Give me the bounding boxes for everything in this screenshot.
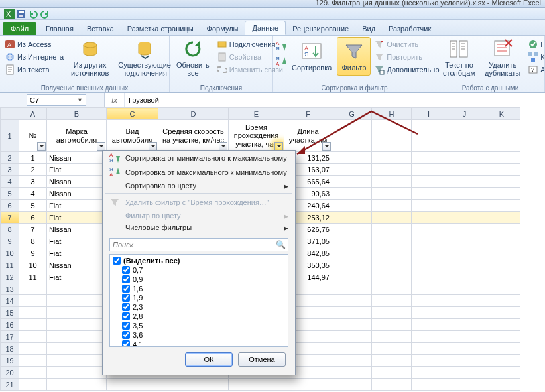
tab-page-layout[interactable]: Разметка страницы xyxy=(121,22,200,35)
cell-B12[interactable]: Fiat xyxy=(47,271,107,283)
col-header-B[interactable]: B xyxy=(47,108,107,120)
row-header-13[interactable]: 13 xyxy=(1,283,19,295)
cell-J14[interactable] xyxy=(446,295,483,307)
cell-B20[interactable] xyxy=(47,367,107,379)
cell-G16[interactable] xyxy=(332,319,372,331)
sort-asc-icon[interactable]: АЯ xyxy=(276,41,286,52)
cell-E21[interactable] xyxy=(229,379,284,391)
cell-I13[interactable] xyxy=(412,283,446,295)
cell-K6[interactable] xyxy=(483,200,520,212)
cell-G19[interactable] xyxy=(332,355,372,367)
cell-I10[interactable] xyxy=(412,247,446,259)
col-header-H[interactable]: H xyxy=(372,108,412,120)
cell-K15[interactable] xyxy=(483,307,520,319)
cell-I18[interactable] xyxy=(412,343,446,355)
cell-H20[interactable] xyxy=(372,367,412,379)
cell-F21[interactable] xyxy=(284,379,332,391)
text-to-columns-button[interactable]: Текст по столбцам xyxy=(439,37,479,78)
cell-J16[interactable] xyxy=(446,319,483,331)
cell-B11[interactable]: Nissan xyxy=(47,259,107,271)
filter-value-item[interactable]: 1,6 xyxy=(113,284,288,293)
cell-I3[interactable] xyxy=(412,164,446,176)
cell-K12[interactable] xyxy=(483,271,520,283)
row-header-15[interactable]: 15 xyxy=(1,307,19,319)
worksheet-grid[interactable]: ABCDEFGHIJK1№Марка автомобиляВид автомоб… xyxy=(0,107,545,392)
row-header-11[interactable]: 11 xyxy=(1,259,19,271)
name-box[interactable]: C7 ▼ xyxy=(27,94,86,106)
filter-dropdown-A[interactable] xyxy=(37,142,46,151)
cell-K3[interactable] xyxy=(483,164,520,176)
filter-values-list[interactable]: (Выделить все)0,70,91,61,92,32,83,53,64,… xyxy=(109,254,288,347)
cell-J4[interactable] xyxy=(446,176,483,188)
advanced-filter-button[interactable]: Дополнительно xyxy=(372,64,441,76)
cell-A11[interactable]: 10 xyxy=(19,259,47,271)
cell-I9[interactable] xyxy=(412,235,446,247)
cell-B13[interactable] xyxy=(47,283,107,295)
row-header-12[interactable]: 12 xyxy=(1,271,19,283)
row-header-6[interactable]: 6 xyxy=(1,200,19,212)
cell-A21[interactable] xyxy=(19,379,47,391)
cell-J19[interactable] xyxy=(446,355,483,367)
filter-value-item[interactable]: 2,8 xyxy=(113,312,288,321)
cell-B14[interactable] xyxy=(47,295,107,307)
cell-H12[interactable] xyxy=(372,271,412,283)
cell-A9[interactable]: 8 xyxy=(19,235,47,247)
sort-by-color-item[interactable]: Сортировка по цвету▶ xyxy=(103,180,295,192)
cell-J6[interactable] xyxy=(446,200,483,212)
cell-H7[interactable] xyxy=(372,212,412,224)
cell-G7[interactable] xyxy=(332,212,372,224)
refresh-all-button[interactable]: Обновить все xyxy=(172,37,213,78)
row-header-10[interactable]: 10 xyxy=(1,247,19,259)
cell-K7[interactable] xyxy=(483,212,520,224)
tab-developer[interactable]: Разработчик xyxy=(382,22,438,35)
cell-K21[interactable] xyxy=(483,379,520,391)
cell-C21[interactable] xyxy=(107,379,158,391)
row-header-7[interactable]: 7 xyxy=(1,212,19,224)
cell-G8[interactable] xyxy=(332,224,372,235)
cell-K17[interactable] xyxy=(483,331,520,343)
cell-G21[interactable] xyxy=(332,379,372,391)
cell-J8[interactable] xyxy=(446,224,483,235)
cell-G12[interactable] xyxy=(332,271,372,283)
cell-G4[interactable] xyxy=(332,176,372,188)
cell-J11[interactable] xyxy=(446,259,483,271)
from-access-button[interactable]: AИз Access xyxy=(3,38,66,50)
tab-review[interactable]: Рецензирование xyxy=(286,22,355,35)
col-header-J[interactable]: J xyxy=(446,108,483,120)
cell-H14[interactable] xyxy=(372,295,412,307)
cell-G15[interactable] xyxy=(332,307,372,319)
chevron-down-icon[interactable]: ▼ xyxy=(77,97,83,103)
cell-G13[interactable] xyxy=(332,283,372,295)
tab-formulas[interactable]: Формулы xyxy=(200,22,245,35)
cell-A20[interactable] xyxy=(19,367,47,379)
filter-value-item[interactable]: 0,7 xyxy=(113,265,288,275)
cell-A3[interactable]: 2 xyxy=(19,164,47,176)
tab-home[interactable]: Главная xyxy=(39,22,80,35)
cell-H9[interactable] xyxy=(372,235,412,247)
cell-A18[interactable] xyxy=(19,343,47,355)
col-header-I[interactable]: I xyxy=(412,108,446,120)
row-header-1[interactable]: 1 xyxy=(1,120,19,152)
row-header-18[interactable]: 18 xyxy=(1,343,19,355)
filter-button[interactable]: Фильтр xyxy=(337,37,371,76)
cell-A19[interactable] xyxy=(19,355,47,367)
cell-I5[interactable] xyxy=(412,188,446,200)
remove-duplicates-button[interactable]: Удалить дубликаты xyxy=(481,37,524,78)
cell-B4[interactable]: Nissan xyxy=(47,176,107,188)
cell-J21[interactable] xyxy=(446,379,483,391)
redo-icon[interactable] xyxy=(40,9,50,19)
filter-search-input[interactable] xyxy=(109,238,288,251)
cell-H6[interactable] xyxy=(372,200,412,212)
cell-I19[interactable] xyxy=(412,355,446,367)
cell-H16[interactable] xyxy=(372,319,412,331)
cell-G9[interactable] xyxy=(332,235,372,247)
sort-desc-icon[interactable]: ЯА xyxy=(276,56,286,67)
cell-A14[interactable] xyxy=(19,295,47,307)
cell-B19[interactable] xyxy=(47,355,107,367)
cell-B2[interactable]: Nissan xyxy=(47,152,107,164)
cell-K11[interactable] xyxy=(483,259,520,271)
cell-K14[interactable] xyxy=(483,295,520,307)
cell-G14[interactable] xyxy=(332,295,372,307)
cell-H19[interactable] xyxy=(372,355,412,367)
cell-K10[interactable] xyxy=(483,247,520,259)
